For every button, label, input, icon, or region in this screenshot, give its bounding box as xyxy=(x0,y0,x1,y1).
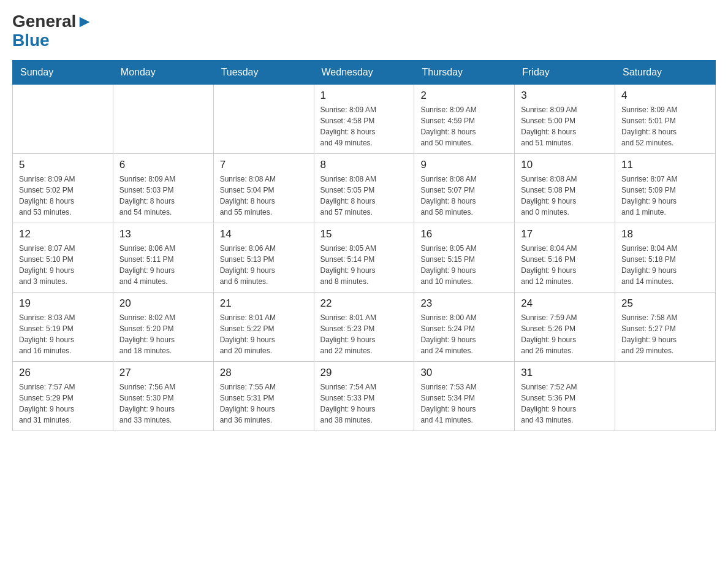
logo-arrow-icon: ► xyxy=(76,12,93,31)
calendar-cell xyxy=(113,84,213,153)
calendar-cell: 25Sunrise: 7:58 AM Sunset: 5:27 PM Dayli… xyxy=(615,292,716,361)
day-number: 2 xyxy=(420,90,508,102)
calendar-header: SundayMondayTuesdayWednesdayThursdayFrid… xyxy=(13,60,716,84)
calendar-cell: 26Sunrise: 7:57 AM Sunset: 5:29 PM Dayli… xyxy=(13,361,113,431)
logo-blue-text: Blue xyxy=(12,31,50,50)
day-number: 13 xyxy=(119,228,207,240)
calendar-cell xyxy=(213,84,314,153)
calendar-cell: 1Sunrise: 8:09 AM Sunset: 4:58 PM Daylig… xyxy=(314,84,414,153)
calendar-week-1: 1Sunrise: 8:09 AM Sunset: 4:58 PM Daylig… xyxy=(13,84,716,153)
day-number: 5 xyxy=(19,159,107,171)
day-number: 29 xyxy=(320,367,408,379)
day-info: Sunrise: 7:59 AM Sunset: 5:26 PM Dayligh… xyxy=(521,312,609,356)
calendar-cell: 13Sunrise: 8:06 AM Sunset: 5:11 PM Dayli… xyxy=(113,223,213,292)
day-info: Sunrise: 8:09 AM Sunset: 5:01 PM Dayligh… xyxy=(621,104,709,148)
calendar-cell: 15Sunrise: 8:05 AM Sunset: 5:14 PM Dayli… xyxy=(314,223,414,292)
day-number: 31 xyxy=(521,367,609,379)
calendar-cell: 31Sunrise: 7:52 AM Sunset: 5:36 PM Dayli… xyxy=(515,361,615,431)
day-number: 9 xyxy=(420,159,508,171)
calendar-cell: 23Sunrise: 8:00 AM Sunset: 5:24 PM Dayli… xyxy=(414,292,515,361)
weekday-header-row: SundayMondayTuesdayWednesdayThursdayFrid… xyxy=(13,60,716,84)
day-info: Sunrise: 8:01 AM Sunset: 5:22 PM Dayligh… xyxy=(220,312,308,356)
day-number: 1 xyxy=(320,90,408,102)
calendar-cell: 14Sunrise: 8:06 AM Sunset: 5:13 PM Dayli… xyxy=(213,223,314,292)
day-number: 28 xyxy=(220,367,308,379)
calendar-cell: 28Sunrise: 7:55 AM Sunset: 5:31 PM Dayli… xyxy=(213,361,314,431)
calendar-cell: 6Sunrise: 8:09 AM Sunset: 5:03 PM Daylig… xyxy=(113,153,213,223)
day-info: Sunrise: 7:57 AM Sunset: 5:29 PM Dayligh… xyxy=(19,381,107,426)
day-number: 30 xyxy=(420,367,508,379)
calendar-week-5: 26Sunrise: 7:57 AM Sunset: 5:29 PM Dayli… xyxy=(13,361,716,431)
weekday-header-wednesday: Wednesday xyxy=(314,60,414,84)
day-info: Sunrise: 8:08 AM Sunset: 5:07 PM Dayligh… xyxy=(420,174,508,218)
day-info: Sunrise: 8:09 AM Sunset: 5:00 PM Dayligh… xyxy=(521,104,609,148)
day-info: Sunrise: 7:58 AM Sunset: 5:27 PM Dayligh… xyxy=(621,312,709,356)
day-number: 6 xyxy=(119,159,207,171)
calendar-cell: 18Sunrise: 8:04 AM Sunset: 5:18 PM Dayli… xyxy=(615,223,716,292)
calendar-cell xyxy=(615,361,716,431)
calendar-cell: 5Sunrise: 8:09 AM Sunset: 5:02 PM Daylig… xyxy=(13,153,113,223)
calendar-cell: 4Sunrise: 8:09 AM Sunset: 5:01 PM Daylig… xyxy=(615,84,716,153)
day-number: 23 xyxy=(420,297,508,310)
calendar-cell: 30Sunrise: 7:53 AM Sunset: 5:34 PM Dayli… xyxy=(414,361,515,431)
logo-general-text: General► xyxy=(12,12,93,31)
calendar-cell: 29Sunrise: 7:54 AM Sunset: 5:33 PM Dayli… xyxy=(314,361,414,431)
day-number: 14 xyxy=(220,228,308,240)
day-number: 7 xyxy=(220,159,308,171)
day-info: Sunrise: 8:06 AM Sunset: 5:13 PM Dayligh… xyxy=(220,243,308,287)
day-number: 12 xyxy=(19,228,107,240)
calendar-week-4: 19Sunrise: 8:03 AM Sunset: 5:19 PM Dayli… xyxy=(13,292,716,361)
calendar-cell: 10Sunrise: 8:08 AM Sunset: 5:08 PM Dayli… xyxy=(515,153,615,223)
calendar-cell: 22Sunrise: 8:01 AM Sunset: 5:23 PM Dayli… xyxy=(314,292,414,361)
day-number: 21 xyxy=(220,297,308,310)
day-info: Sunrise: 8:08 AM Sunset: 5:04 PM Dayligh… xyxy=(220,174,308,218)
day-number: 10 xyxy=(521,159,609,171)
day-info: Sunrise: 8:04 AM Sunset: 5:18 PM Dayligh… xyxy=(621,243,709,287)
weekday-header-thursday: Thursday xyxy=(414,60,515,84)
weekday-header-sunday: Sunday xyxy=(13,60,113,84)
calendar-cell: 12Sunrise: 8:07 AM Sunset: 5:10 PM Dayli… xyxy=(13,223,113,292)
day-info: Sunrise: 8:06 AM Sunset: 5:11 PM Dayligh… xyxy=(119,243,207,287)
day-info: Sunrise: 7:56 AM Sunset: 5:30 PM Dayligh… xyxy=(119,381,207,426)
day-info: Sunrise: 8:03 AM Sunset: 5:19 PM Dayligh… xyxy=(19,312,107,356)
calendar-cell: 20Sunrise: 8:02 AM Sunset: 5:20 PM Dayli… xyxy=(113,292,213,361)
day-info: Sunrise: 8:08 AM Sunset: 5:05 PM Dayligh… xyxy=(320,174,408,218)
calendar-cell: 8Sunrise: 8:08 AM Sunset: 5:05 PM Daylig… xyxy=(314,153,414,223)
day-info: Sunrise: 8:09 AM Sunset: 4:59 PM Dayligh… xyxy=(420,104,508,148)
calendar-cell: 19Sunrise: 8:03 AM Sunset: 5:19 PM Dayli… xyxy=(13,292,113,361)
day-info: Sunrise: 8:05 AM Sunset: 5:14 PM Dayligh… xyxy=(320,243,408,287)
day-info: Sunrise: 7:53 AM Sunset: 5:34 PM Dayligh… xyxy=(420,381,508,426)
day-number: 27 xyxy=(119,367,207,379)
weekday-header-saturday: Saturday xyxy=(615,60,716,84)
calendar-body: 1Sunrise: 8:09 AM Sunset: 4:58 PM Daylig… xyxy=(13,84,716,431)
day-info: Sunrise: 8:09 AM Sunset: 5:03 PM Dayligh… xyxy=(119,174,207,218)
calendar-cell: 9Sunrise: 8:08 AM Sunset: 5:07 PM Daylig… xyxy=(414,153,515,223)
day-number: 18 xyxy=(621,228,709,240)
calendar-cell: 2Sunrise: 8:09 AM Sunset: 4:59 PM Daylig… xyxy=(414,84,515,153)
day-info: Sunrise: 8:09 AM Sunset: 5:02 PM Dayligh… xyxy=(19,174,107,218)
day-info: Sunrise: 8:00 AM Sunset: 5:24 PM Dayligh… xyxy=(420,312,508,356)
day-info: Sunrise: 8:08 AM Sunset: 5:08 PM Dayligh… xyxy=(521,174,609,218)
calendar-cell: 11Sunrise: 8:07 AM Sunset: 5:09 PM Dayli… xyxy=(615,153,716,223)
calendar-cell: 16Sunrise: 8:05 AM Sunset: 5:15 PM Dayli… xyxy=(414,223,515,292)
day-info: Sunrise: 8:01 AM Sunset: 5:23 PM Dayligh… xyxy=(320,312,408,356)
calendar-cell: 21Sunrise: 8:01 AM Sunset: 5:22 PM Dayli… xyxy=(213,292,314,361)
day-number: 15 xyxy=(320,228,408,240)
day-number: 3 xyxy=(521,90,609,102)
logo: General► Blue xyxy=(12,12,93,50)
day-number: 24 xyxy=(521,297,609,310)
day-info: Sunrise: 7:54 AM Sunset: 5:33 PM Dayligh… xyxy=(320,381,408,426)
day-info: Sunrise: 8:07 AM Sunset: 5:10 PM Dayligh… xyxy=(19,243,107,287)
calendar-cell: 3Sunrise: 8:09 AM Sunset: 5:00 PM Daylig… xyxy=(515,84,615,153)
page-header: General► Blue xyxy=(12,12,716,50)
day-number: 26 xyxy=(19,367,107,379)
calendar-cell: 17Sunrise: 8:04 AM Sunset: 5:16 PM Dayli… xyxy=(515,223,615,292)
weekday-header-monday: Monday xyxy=(113,60,213,84)
day-number: 8 xyxy=(320,159,408,171)
day-info: Sunrise: 7:52 AM Sunset: 5:36 PM Dayligh… xyxy=(521,381,609,426)
day-info: Sunrise: 8:05 AM Sunset: 5:15 PM Dayligh… xyxy=(420,243,508,287)
weekday-header-tuesday: Tuesday xyxy=(213,60,314,84)
day-number: 19 xyxy=(19,297,107,310)
day-info: Sunrise: 8:07 AM Sunset: 5:09 PM Dayligh… xyxy=(621,174,709,218)
day-number: 16 xyxy=(420,228,508,240)
